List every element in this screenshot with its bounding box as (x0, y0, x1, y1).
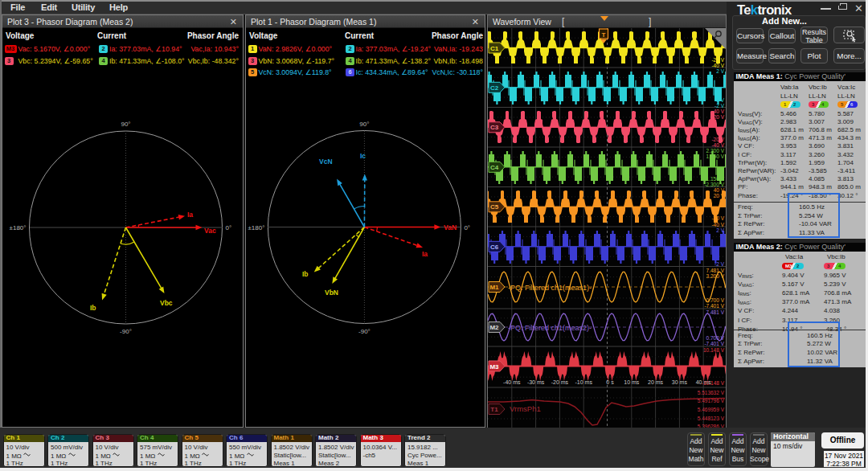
svg-text:-PQ: Filtered ch1(meas1)-: -PQ: Filtered ch1(meas1)- (508, 284, 592, 292)
svg-text:±180°: ±180° (248, 224, 264, 231)
svg-text:5.469959 V: 5.469959 V (698, 407, 725, 412)
svg-text:-30 ms: -30 ms (527, 379, 545, 385)
svg-text:-40 V: -40 V (711, 63, 724, 68)
svg-text:-2.300 V: -2.300 V (704, 182, 724, 187)
svg-text:5.448123 V: 5.448123 V (698, 416, 725, 421)
svg-text:-90°: -90° (358, 328, 371, 335)
svg-text:2.300 V: 2.300 V (706, 148, 725, 154)
svg-text:-40 V: -40 V (711, 142, 724, 148)
svg-text:C5: C5 (490, 203, 499, 211)
svg-text:20 V: 20 V (714, 193, 725, 199)
svg-text:0 s: 0 s (606, 379, 614, 385)
svg-text:3.200 V: 3.200 V (706, 273, 725, 279)
svg-text:-10.148 V: -10.148 V (702, 380, 725, 386)
svg-text:-2 V: -2 V (714, 103, 725, 109)
svg-text:VcN: VcN (319, 158, 333, 166)
svg-text:1.150 V: 1.150 V (706, 154, 725, 159)
svg-text:0°: 0° (226, 224, 232, 231)
svg-text:-20 V: -20 V (711, 137, 724, 142)
svg-text:-10 ms: -10 ms (575, 379, 592, 385)
svg-text:Vac: Vac (204, 227, 216, 235)
svg-text:-20 V: -20 V (711, 215, 724, 221)
svg-text:10.148 V: 10.148 V (703, 347, 725, 353)
svg-text:20 ms: 20 ms (648, 379, 664, 385)
svg-text:40 V: 40 V (714, 109, 725, 114)
svg-text:-90°: -90° (120, 328, 132, 335)
svg-text:Ia: Ia (187, 211, 193, 219)
svg-text:M2: M2 (489, 324, 499, 331)
svg-text:-2 V: -2 V (714, 261, 725, 267)
svg-text:5.513632 V: 5.513632 V (698, 390, 725, 395)
svg-text:VbN: VbN (325, 289, 338, 297)
svg-text:VaN: VaN (444, 223, 457, 231)
svg-text:Ib: Ib (302, 270, 309, 278)
svg-text:-PQ: Filtered ch1(meas2)-: -PQ: Filtered ch1(meas2)- (508, 324, 592, 332)
svg-text:C4: C4 (490, 164, 499, 171)
svg-text:Ia: Ia (422, 250, 428, 258)
svg-text:T: T (602, 31, 606, 39)
svg-text:-40 V: -40 V (711, 222, 724, 227)
svg-text:-20 V: -20 V (711, 57, 724, 63)
svg-text:10 ms: 10 ms (624, 379, 640, 385)
svg-text:2 V: 2 V (716, 227, 724, 233)
svg-text:T1: T1 (490, 406, 498, 413)
svg-text:5.491796 V: 5.491796 V (698, 398, 725, 403)
svg-text:0.700 V: 0.700 V (706, 297, 725, 303)
svg-text:C1: C1 (490, 45, 499, 52)
svg-text:20 V: 20 V (714, 114, 725, 120)
svg-text:40 V: 40 V (714, 187, 725, 193)
svg-text:90°: 90° (359, 121, 369, 128)
svg-text:Ic: Ic (360, 152, 366, 160)
svg-text:-7.401 V: -7.401 V (704, 341, 724, 346)
svg-text:0.700 V: 0.700 V (706, 335, 725, 341)
svg-text:-1 V: -1 V (714, 97, 725, 103)
svg-text:-20 ms: -20 ms (551, 379, 569, 385)
svg-text:-7.401 V: -7.401 V (704, 303, 724, 309)
svg-text:Ib: Ib (90, 304, 96, 312)
svg-text:0°: 0° (464, 224, 470, 231)
svg-text:C2: C2 (490, 84, 499, 92)
svg-text:C3: C3 (490, 124, 499, 131)
svg-text:±180°: ±180° (10, 224, 27, 231)
svg-text:C6: C6 (490, 244, 499, 251)
svg-text:Vbc: Vbc (160, 299, 173, 307)
svg-text:VrmsPh1: VrmsPh1 (510, 404, 541, 413)
svg-text:7.481 V: 7.481 V (706, 268, 725, 273)
svg-text:M3: M3 (489, 363, 499, 371)
svg-text:2 V: 2 V (716, 68, 724, 74)
svg-text:-1.150 V: -1.150 V (704, 176, 724, 182)
svg-text:7.481 V: 7.481 V (706, 309, 725, 315)
svg-text:-40 ms: -40 ms (503, 379, 521, 385)
svg-text:30 ms: 30 ms (672, 379, 688, 385)
svg-text:90°: 90° (121, 121, 130, 128)
svg-text:M1: M1 (489, 284, 499, 291)
